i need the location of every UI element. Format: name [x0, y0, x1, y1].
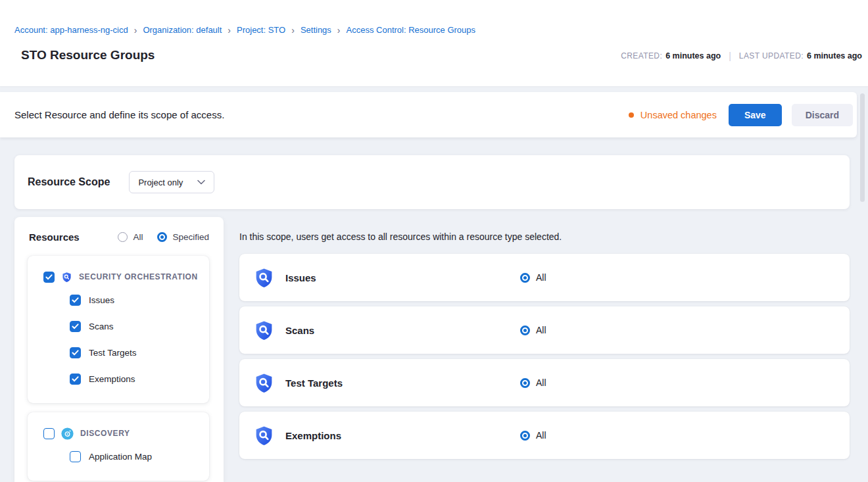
resource-card-exemptions: Exemptions All: [239, 412, 850, 459]
resource-item-exemptions[interactable]: Exemptions: [28, 366, 209, 392]
shield-search-icon: [253, 425, 275, 446]
resource-card-test-targets: Test Targets All: [239, 359, 850, 406]
access-radio-icon[interactable]: [520, 378, 530, 388]
access-radio-icon[interactable]: [520, 431, 530, 441]
resource-group-security-orchestration: SECURITY ORCHESTRATION Issues Scans: [28, 256, 209, 403]
radio-all-label: All: [133, 232, 143, 242]
shield-search-icon: [253, 372, 275, 394]
unsaved-changes-status: Unsaved changes: [629, 110, 717, 120]
page-header: Account: app-harness-ng-cicd › Organizat…: [0, 0, 868, 86]
scans-checkbox[interactable]: [70, 321, 81, 332]
unsaved-dot-icon: [629, 112, 634, 118]
resource-item-issues[interactable]: Issues: [28, 287, 209, 313]
resources-title: Resources: [29, 231, 80, 243]
radio-specified[interactable]: Specified: [157, 232, 209, 242]
shield-search-icon: [253, 320, 275, 341]
scope-description: In this scope, users get access to all r…: [239, 231, 850, 242]
breadcrumb-project[interactable]: Project: STO: [237, 25, 285, 35]
breadcrumb-access-control[interactable]: Access Control: Resource Groups: [347, 25, 476, 35]
resource-item-test-targets[interactable]: Test Targets: [28, 339, 209, 366]
resources-mode-radio-group: All Specified: [103, 232, 209, 242]
chevron-down-icon: [197, 180, 205, 185]
toolbar: Select Resource and define its scope of …: [0, 92, 857, 137]
test-targets-checkbox[interactable]: [70, 347, 81, 358]
scope-detail-panel: In this scope, users get access to all r…: [239, 217, 850, 482]
timestamps: CREATED: 6 minutes ago | LAST UPDATED: 6…: [621, 51, 862, 62]
resources-panel: Resources All Specified: [14, 217, 224, 482]
resource-item-label: Application Map: [89, 452, 152, 462]
group-label: DISCOVERY: [80, 429, 130, 438]
toolbar-description: Select Resource and define its scope of …: [14, 109, 224, 120]
shield-search-icon: [61, 272, 72, 283]
resource-card-label: Issues: [285, 272, 316, 283]
resource-card-issues: Issues All: [239, 254, 850, 301]
last-updated-value: 6 minutes ago: [807, 51, 862, 60]
discard-button[interactable]: Discard: [792, 104, 853, 126]
resource-item-scans[interactable]: Scans: [28, 313, 209, 339]
shield-search-icon: [253, 267, 275, 289]
radio-specified-label: Specified: [172, 232, 209, 242]
radio-all[interactable]: All: [118, 232, 143, 242]
resource-item-label: Exemptions: [89, 374, 135, 384]
access-radio-label: All: [536, 272, 546, 283]
access-radio-icon[interactable]: [520, 325, 530, 335]
resource-scope-selected-value: Project only: [138, 178, 183, 187]
resource-item-application-map[interactable]: Application Map: [28, 443, 209, 470]
group-row[interactable]: DISCOVERY: [28, 423, 209, 443]
access-radio-all[interactable]: All: [520, 272, 546, 283]
exemptions-checkbox[interactable]: [70, 374, 81, 385]
created-label: CREATED:: [621, 51, 662, 60]
breadcrumb-account[interactable]: Account: app-harness-ng-cicd: [14, 25, 128, 35]
save-button[interactable]: Save: [729, 104, 782, 126]
chevron-right-icon: ›: [337, 26, 341, 35]
resource-card-label: Scans: [285, 325, 314, 336]
access-radio-all[interactable]: All: [520, 430, 546, 441]
created-value: 6 minutes ago: [665, 51, 721, 60]
breadcrumb-organization[interactable]: Organization: default: [143, 25, 222, 35]
access-radio-label: All: [536, 325, 546, 335]
page-title: STO Resource Groups: [21, 48, 155, 62]
resource-item-label: Test Targets: [89, 348, 137, 358]
discovery-icon: [61, 427, 74, 440]
resource-item-label: Scans: [89, 322, 114, 331]
breadcrumb-settings[interactable]: Settings: [301, 25, 331, 35]
access-radio-label: All: [536, 430, 546, 441]
breadcrumb: Account: app-harness-ng-cicd › Organizat…: [14, 0, 862, 35]
access-radio-icon[interactable]: [520, 273, 530, 283]
access-radio-all[interactable]: All: [520, 325, 546, 335]
discovery-checkbox[interactable]: [43, 428, 55, 439]
chevron-right-icon: ›: [228, 26, 231, 35]
chevron-right-icon: ›: [134, 26, 137, 35]
group-label: SECURITY ORCHESTRATION: [79, 272, 198, 281]
radio-specified-icon[interactable]: [157, 232, 167, 242]
issues-checkbox[interactable]: [70, 295, 81, 306]
security-orchestration-checkbox[interactable]: [43, 272, 55, 283]
scrollbar-thumb[interactable]: [860, 93, 865, 202]
resource-scope-label: Resource Scope: [28, 176, 110, 188]
chevron-right-icon: ›: [291, 26, 295, 35]
content-area: Resource Scope Project only Resources Al…: [0, 137, 857, 482]
resource-card-label: Test Targets: [285, 377, 343, 389]
resource-scope-select[interactable]: Project only: [129, 171, 214, 193]
last-updated-label: LAST UPDATED:: [739, 51, 804, 60]
meta-divider: |: [729, 51, 731, 61]
radio-all-icon[interactable]: [118, 232, 128, 242]
unsaved-changes-label: Unsaved changes: [640, 110, 717, 120]
access-radio-label: All: [536, 377, 546, 388]
group-row[interactable]: SECURITY ORCHESTRATION: [28, 267, 209, 287]
application-map-checkbox[interactable]: [70, 451, 81, 462]
resource-card-scans: Scans All: [239, 306, 850, 354]
resource-scope-card: Resource Scope Project only: [14, 155, 850, 209]
resource-group-discovery: DISCOVERY Application Map: [28, 412, 209, 481]
resource-card-label: Exemptions: [285, 430, 341, 441]
access-radio-all[interactable]: All: [520, 377, 546, 388]
resource-item-label: Issues: [89, 295, 114, 305]
